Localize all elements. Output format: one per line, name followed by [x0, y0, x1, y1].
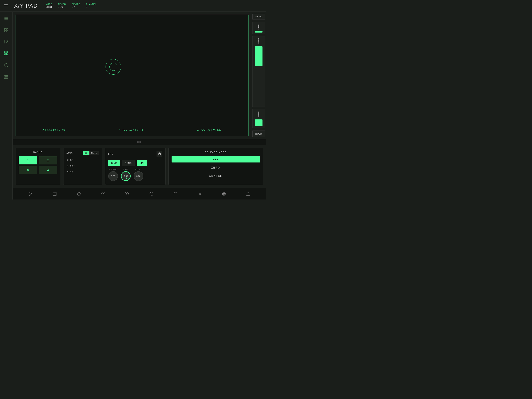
release-bar	[255, 119, 262, 126]
svg-rect-28	[6, 75, 6, 77]
tempo-value: 120	[58, 5, 63, 8]
sidebar-item-grid[interactable]	[2, 26, 10, 34]
sync-button[interactable]: SYNC	[252, 14, 265, 19]
axis-section: AXIS CC NOTE X: 69 Y: 107 Z: 37	[63, 148, 102, 185]
banks-title: BANKS	[19, 151, 57, 153]
rate-knob[interactable]: 0.50	[121, 171, 131, 181]
xy-labels: X | CC: 69 | V: 58 Y | CC: 107 | V: 75 Z…	[16, 128, 248, 131]
stop-button[interactable]	[51, 190, 59, 198]
zero-option[interactable]: ZERO	[171, 164, 260, 171]
tempo-label: TEMPO	[58, 3, 66, 5]
amount-value: 0.00	[111, 175, 115, 177]
channel-value: 1	[86, 5, 88, 8]
svg-marker-22	[5, 63, 8, 67]
bank-2-button[interactable]: 2	[39, 156, 57, 164]
record-button[interactable]	[75, 190, 83, 198]
release-label: Release	[258, 110, 260, 118]
lfo-header: LFO ⏻	[108, 151, 162, 157]
rewind-button[interactable]	[99, 190, 107, 198]
mode-label: MODE	[45, 3, 52, 5]
loop-button[interactable]	[148, 190, 155, 198]
release-mode-section: RELEASE MODE OFF ZERO CENTER	[168, 148, 263, 185]
right-controls: SYNC Attack Sustain Release HOLD	[251, 12, 266, 139]
lfo-title: LFO	[108, 153, 114, 155]
delay-knob[interactable]: 0.00	[133, 171, 143, 181]
release-options: OFF ZERO CENTER	[171, 156, 260, 179]
lfo-section: LFO ⏻ SINE SYNC LIN. AMOUNT 0.00	[105, 148, 165, 185]
metronome-button[interactable]	[196, 190, 204, 198]
svg-rect-18	[7, 53, 8, 54]
cc-note-toggle: CC NOTE	[83, 151, 99, 155]
mode-value: MIDI	[45, 5, 52, 8]
svg-point-36	[223, 193, 224, 194]
svg-rect-27	[5, 75, 6, 77]
app-title: X/Y PAD	[14, 3, 38, 9]
sidebar-item-launchpad[interactable]	[2, 50, 10, 58]
delay-value: 0.00	[136, 175, 140, 177]
play-button[interactable]	[27, 190, 34, 198]
bank-4-button[interactable]: 4	[39, 166, 57, 174]
banks-section: BANKS 1 2 3 4	[16, 148, 60, 185]
cc-toggle-button[interactable]: CC	[83, 151, 89, 155]
divider-handle: ==	[137, 140, 142, 144]
tempo-meta: TEMPO 120	[58, 3, 66, 8]
bank-3-button[interactable]: 3	[19, 166, 37, 174]
undo-button[interactable]	[172, 190, 180, 198]
note-toggle-button[interactable]: NOTE	[89, 151, 99, 155]
delay-group: DELAY 0.00	[133, 168, 143, 181]
svg-rect-16	[4, 53, 5, 54]
upload-button[interactable]	[244, 190, 252, 198]
sidebar-item-list[interactable]	[2, 15, 10, 22]
xy-pad[interactable]: X | CC: 69 | V: 58 Y | CC: 107 | V: 75 Z…	[16, 15, 248, 136]
lfo-controls: SINE SYNC LIN.	[108, 160, 162, 166]
rate-value: 0.50	[124, 175, 128, 177]
header-meta: MODE MIDI TEMPO 120 DEVICE LK CHANNEL 1	[45, 3, 97, 8]
center-option[interactable]: CENTER	[171, 173, 260, 179]
palette-button[interactable]	[220, 190, 228, 198]
svg-rect-14	[6, 52, 6, 52]
sustain-label: Sustain	[258, 38, 260, 45]
off-button[interactable]: OFF	[171, 156, 260, 162]
xy-cursor-inner	[109, 63, 117, 71]
delay-label: DELAY	[135, 168, 142, 170]
lin-button[interactable]: LIN.	[137, 160, 147, 166]
lfo-power-button[interactable]: ⏻	[157, 151, 162, 157]
channel-label: CHANNEL	[86, 3, 97, 5]
svg-rect-6	[7, 31, 8, 32]
sidebar-item-piano[interactable]	[2, 73, 10, 81]
xy-section: X | CC: 69 | V: 58 Y | CC: 107 | V: 75 Z…	[13, 12, 266, 139]
sidebar-item-mixer[interactable]	[2, 38, 10, 46]
amount-label: AMOUNT	[109, 168, 118, 170]
lfo-sync-button[interactable]: SYNC	[122, 160, 135, 166]
rate-label: RATE	[123, 168, 128, 170]
z-label: Z | CC: 37 | V: 127	[197, 128, 222, 131]
sustain-bar	[255, 46, 262, 66]
menu-icon[interactable]	[4, 5, 8, 7]
device-label: DEVICE	[72, 3, 80, 5]
amount-knob[interactable]: 0.00	[108, 171, 118, 181]
x-label: X | CC: 69 | V: 58	[43, 128, 65, 131]
channel-meta: CHANNEL 1	[86, 3, 97, 8]
axis-z-value: Z: 37	[66, 169, 99, 175]
svg-point-34	[200, 193, 201, 194]
sine-button[interactable]: SINE	[108, 160, 120, 166]
transport-bar	[13, 188, 266, 200]
device-value: LK	[72, 5, 75, 8]
svg-rect-3	[5, 28, 6, 30]
attack-label: Attack	[258, 24, 260, 30]
right-content: X | CC: 69 | V: 58 Y | CC: 107 | V: 75 Z…	[13, 12, 266, 200]
axis-y-value: Y: 107	[66, 163, 99, 169]
y-label: Y | CC: 107 | V: 75	[119, 128, 144, 131]
sidebar-item-hex[interactable]	[2, 61, 10, 69]
svg-rect-31	[53, 192, 56, 195]
svg-rect-17	[6, 53, 6, 54]
xy-cursor-outer	[106, 59, 121, 75]
header: X/Y PAD MODE MIDI TEMPO 120 DEVICE LK CH…	[0, 0, 266, 12]
axis-x-value: X: 69	[66, 157, 99, 163]
svg-rect-15	[7, 52, 8, 52]
hold-button[interactable]: HOLD	[252, 130, 265, 137]
device-meta: DEVICE LK	[72, 3, 80, 8]
forward-button[interactable]	[123, 190, 131, 198]
bank-1-button[interactable]: 1	[19, 156, 37, 164]
svg-rect-13	[4, 52, 5, 52]
